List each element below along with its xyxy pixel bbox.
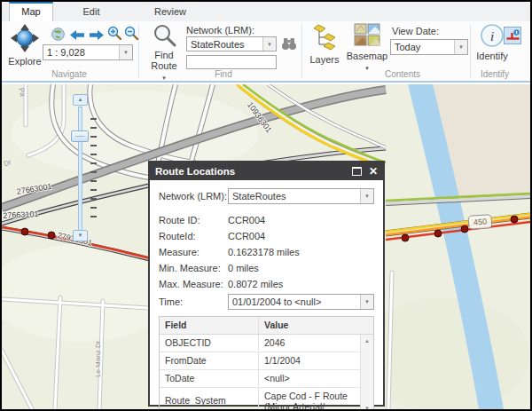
ribbon: Explore: [2, 21, 530, 83]
table-row[interactable]: OBJECTID 2046: [160, 335, 360, 352]
chevron-down-icon[interactable]: ▼: [262, 37, 276, 51]
close-icon[interactable]: ✕: [369, 166, 378, 177]
group-label-find: Find: [188, 69, 259, 79]
map-scale-value: 1 : 9,028: [43, 45, 119, 59]
basemap-button[interactable]: Basemap ▾: [346, 23, 388, 72]
field-row: Measure: 0.1623178 miles: [159, 244, 374, 260]
group-label-contents: Contents: [358, 69, 447, 79]
group-separator: [138, 24, 139, 78]
route-label: 27663101: [3, 209, 39, 220]
table-cell-value: <null>: [259, 370, 360, 386]
field-label: Max. Measure:: [159, 279, 228, 289]
table-scrollbar[interactable]: ▲ ▼: [360, 335, 373, 411]
tab-map[interactable]: Map: [9, 2, 53, 21]
layers-icon: [306, 23, 343, 53]
tab-edit[interactable]: Edit: [53, 2, 129, 21]
field-row: Max. Measure: 0.8072 miles: [159, 276, 374, 292]
chevron-down-icon[interactable]: ▼: [119, 45, 132, 59]
route-info-icon: [505, 28, 520, 43]
group-label-navigate: Navigate: [27, 69, 112, 79]
time-label: Time:: [159, 296, 228, 307]
network-lrm-value: StateRoutes: [187, 37, 262, 51]
field-label: Min. Measure:: [159, 263, 228, 273]
basemap-tiles-icon: [346, 23, 388, 50]
table-row[interactable]: Route_System Cape Cod - F Route (Minor A…: [160, 388, 360, 411]
table-cell-value: Cape Cod - F Route (Minor Arterial/ Coll…: [259, 388, 360, 411]
zoom-slider-up-button[interactable]: ▲: [73, 94, 88, 106]
identify-route-locations-tool[interactable]: [504, 27, 521, 44]
street-label: Pa: [17, 87, 27, 97]
zoom-in-icon[interactable]: [106, 26, 122, 40]
tab-review[interactable]: Review: [129, 2, 211, 21]
table-row[interactable]: FromDate 1/1/2004: [160, 352, 360, 370]
globe-icon[interactable]: [50, 27, 66, 41]
dialog-body: Network (LRM): StateRoutes ▼ Route ID: C…: [150, 180, 383, 411]
scroll-down-icon[interactable]: ▼: [362, 403, 372, 411]
route-search-input[interactable]: [186, 55, 277, 69]
dialog-network-value: StateRoutes: [229, 189, 360, 203]
table-cell-field: ToDate: [160, 370, 259, 386]
table-cell-field: FromDate: [160, 352, 259, 368]
arrow-right-icon[interactable]: [88, 28, 104, 42]
table-body: OBJECTID 2046 FromDate 1/1/2004 ToDate <…: [160, 335, 360, 411]
svg-text:i: i: [490, 29, 494, 43]
time-value: 01/01/2004 to <null>: [229, 295, 360, 309]
zoom-slider-down-button[interactable]: ▼: [73, 230, 88, 241]
field-label: RouteId:: [159, 231, 228, 241]
chevron-down-icon[interactable]: ▼: [360, 295, 373, 309]
zoom-slider-ticks: [90, 118, 97, 217]
arrow-left-icon[interactable]: [69, 28, 85, 42]
basemap-label: Basemap: [347, 51, 387, 61]
magnifier-icon: [144, 23, 184, 49]
field-value: CCR004: [228, 215, 374, 225]
field-label: Route ID:: [159, 215, 228, 225]
table-cell-value: 1/1/2004: [259, 352, 360, 368]
zoom-out-icon[interactable]: [123, 26, 139, 40]
dialog-network-combo[interactable]: StateRoutes ▼: [228, 188, 374, 204]
ribbon-tabbar: Map Edit Review: [2, 2, 530, 21]
field-row: Route ID: CCR004: [159, 212, 374, 228]
map-scale-combo[interactable]: 1 : 9,028 ▼: [43, 44, 133, 60]
binoculars-icon[interactable]: [281, 36, 297, 51]
view-date-value: Today: [391, 40, 454, 54]
find-route-label-line1: Find: [154, 50, 173, 60]
network-lrm-label: Network (LRM):: [186, 25, 254, 36]
dialog-titlebar[interactable]: Route Locations ✕: [150, 162, 383, 180]
maximize-icon[interactable]: [352, 167, 362, 176]
attributes-table: Field Value OBJECTID 2046 FromDate 1/1/2…: [159, 316, 374, 411]
field-value: 0.1623178 miles: [228, 247, 374, 257]
group-label-identify: Identify: [463, 69, 527, 79]
field-label: Measure:: [159, 247, 228, 257]
table-cell-field: OBJECTID: [160, 335, 259, 351]
layers-label: Layers: [309, 54, 339, 65]
table-header-row: Field Value: [160, 317, 373, 335]
street-label: Le Manz Dr: [94, 341, 102, 377]
table-row[interactable]: ToDate <null>: [160, 370, 360, 388]
group-separator: [301, 24, 302, 78]
chevron-down-icon[interactable]: ▼: [454, 40, 467, 54]
field-row: RouteId: CCR004: [159, 228, 374, 244]
scroll-up-icon[interactable]: ▲: [362, 336, 372, 346]
zoom-slider-handle[interactable]: [71, 130, 89, 142]
field-value: CCR004: [228, 231, 374, 241]
explore-label: Explore: [8, 56, 41, 67]
view-date-label: View Date:: [392, 26, 439, 36]
dialog-title: Route Locations: [155, 166, 352, 177]
explore-button[interactable]: Explore: [5, 23, 44, 67]
pan-orb-icon: [5, 23, 44, 55]
dialog-network-label: Network (LRM):: [159, 191, 228, 202]
table-header-value: Value: [259, 317, 373, 334]
layers-button[interactable]: Layers: [306, 23, 343, 65]
network-lrm-combo[interactable]: StateRoutes ▼: [186, 36, 277, 51]
view-date-combo[interactable]: Today ▼: [390, 39, 468, 55]
table-header-field: Field: [160, 317, 259, 334]
find-route-label-line2: Route: [151, 60, 176, 71]
zoom-slider-track[interactable]: [78, 107, 82, 231]
table-cell-field: Route_System: [160, 388, 259, 408]
chevron-down-icon[interactable]: ▼: [360, 189, 373, 203]
route-locations-dialog: Route Locations ✕ Network (LRM): StateRo…: [148, 161, 385, 407]
time-combo[interactable]: 01/01/2004 to <null> ▼: [228, 294, 374, 310]
find-route-button[interactable]: Find Route ▾: [144, 23, 184, 82]
field-value: 0.8072 miles: [228, 279, 374, 289]
field-value: 0 miles: [228, 263, 374, 273]
